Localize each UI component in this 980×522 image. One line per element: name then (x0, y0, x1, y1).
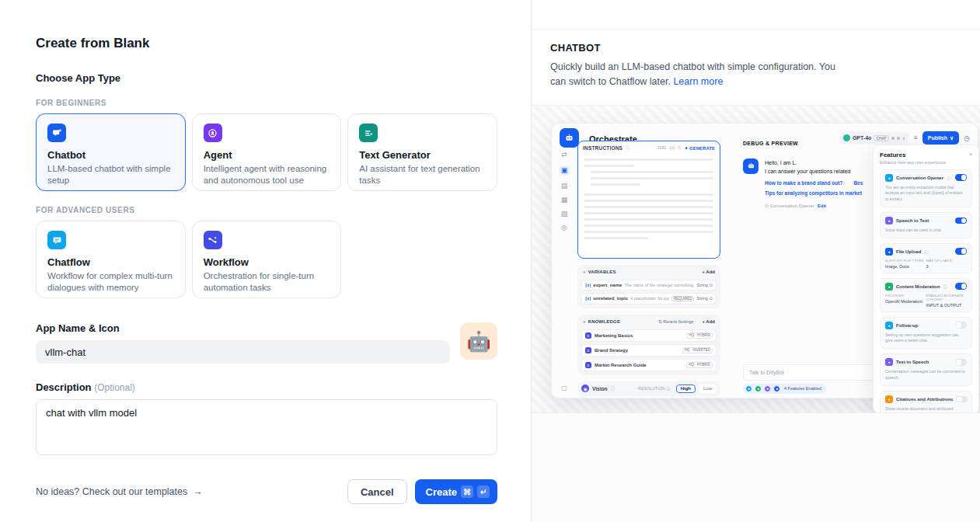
sparkle-icon: ✦ (684, 146, 688, 151)
info-icon: ⓘ (924, 249, 928, 254)
swap-icon: ⇄ (561, 151, 567, 158)
toggle-off (956, 396, 968, 403)
app-name-label: App Name & Icon (36, 322, 450, 334)
vision-setting-row: ◉ Vision ⓘ RESOLUTION ⓘ High Low (577, 381, 720, 396)
collapse-icon: ▢ (552, 385, 577, 392)
rerank-settings-button: ⇅ Rerank Settings (658, 319, 693, 324)
app-name-field: App Name & Icon 🤖 (36, 322, 497, 364)
app-icon-picker[interactable]: 🤖 (460, 322, 497, 360)
dataset-icon: ≡ (585, 362, 591, 368)
robot-emoji-icon: 🤖 (466, 330, 490, 353)
close-icon: × (969, 151, 972, 157)
learn-more-link[interactable]: Learn more (673, 76, 723, 87)
card-chatflow[interactable]: Chatflow Workflow for complex multi-turn… (36, 221, 186, 298)
cancel-button[interactable]: Cancel (347, 479, 407, 504)
bot-app-icon (560, 128, 579, 148)
dataset-icon: ≡ (585, 347, 591, 353)
toggle-on (955, 283, 967, 290)
app-name-input[interactable] (36, 340, 450, 364)
orchestrate-left-column: INSTRUCTIONS ⓘ 2182 {x} ⎘ ✦ GENERATE (577, 141, 720, 396)
chatflow-icon (47, 231, 66, 249)
required-badge: REQUIRED (671, 296, 695, 301)
instructions-skeleton-text (578, 158, 720, 239)
feature-text-to-speech: ● Text to Speech Conversation messages c… (880, 353, 972, 386)
bot-greeting: Hello, I am L.I can answer your question… (765, 158, 863, 176)
chatbot-icon (47, 124, 66, 142)
variable-row: {x} expert_name The name of the strategi… (581, 280, 717, 291)
chevron-down-icon: ∨ (583, 270, 586, 274)
chat-bubble-icon: ● (885, 174, 893, 182)
description-textarea[interactable]: chat with vllm model (36, 399, 497, 455)
preview-top-strip (532, 0, 980, 30)
feature-speech-to-text: ● Speech to Text Voice input can be used… (880, 212, 972, 238)
card-title: Chatflow (47, 256, 174, 268)
feature-citations: ● Citations and Attributions Show source… (880, 391, 972, 413)
feature-conversation-opener: ● Conversation Opener ⓘ You are an entit… (880, 169, 972, 207)
app-type-heading: CHATBOT (550, 42, 961, 54)
chevron-down-icon: ∨ (583, 319, 586, 324)
speech-feature-icon: ● (764, 385, 771, 392)
notes-icon: ▧ (561, 211, 568, 218)
description-label: Description (Optional) (36, 381, 497, 393)
chevron-down-icon: ∨ (950, 135, 954, 141)
publish-button: Publish∨ (922, 131, 959, 144)
speaker-icon: ● (885, 358, 893, 366)
preview-panel: CHATBOT Quickly build an LLM-based chatb… (531, 0, 980, 522)
feature-file-upload: ● File Upload ⓘ SUPPORT FILE TYPESImage,… (880, 243, 972, 273)
chatbot-preview-image: Orchestrate GPT-4o CHAT ∨ ≡ Publish∨ ◷ (532, 105, 980, 413)
variable-icon: {x} (670, 145, 675, 150)
templates-link[interactable]: No ideas? Check out our templates → (36, 486, 203, 497)
mic-icon (891, 137, 895, 140)
card-text-generator[interactable]: Text Generator AI assistant for text gen… (347, 113, 497, 191)
retrieval-badge: HQ · INVERTED (682, 347, 713, 353)
choose-app-type-label: Choose App Type (36, 72, 497, 84)
upload-feature-icon: ● (773, 385, 780, 392)
variables-panel: ∨ VARIABLES + Add {x} expert_name The na… (577, 265, 720, 308)
right-panel-spacer (532, 413, 980, 522)
instructions-panel: INSTRUCTIONS ⓘ 2182 {x} ⎘ ✦ GENERATE (577, 141, 720, 259)
vision-icon: ◉ (581, 385, 589, 392)
card-desc: Orchestration for single-turn automation… (204, 270, 330, 294)
token-count: 2182 (657, 145, 666, 150)
toggle-on (955, 218, 967, 224)
microphone-icon: ● (885, 217, 893, 224)
opener-icon: ⊙ (765, 204, 769, 208)
features-enabled-bar: ● ● ● ● 4 Features Enabled (743, 384, 826, 394)
suggested-question: How to make a brand stand out?Bes (765, 180, 863, 186)
card-chatbot[interactable]: Chatbot LLM-based chatbot with simple se… (36, 113, 186, 191)
features-panel: Features × Enhance web-app user experien… (873, 144, 979, 413)
app-type-info: CHATBOT Quickly build an LLM-based chatb… (532, 30, 980, 105)
toggle-on (955, 248, 967, 255)
create-app-dialog: Create from Blank Choose App Type FOR BE… (0, 0, 980, 522)
knowledge-panel: ∨ KNOWLEDGE ⇅ Rerank Settings + Add ≡ Ma… (577, 315, 720, 375)
card-title: Agent (204, 149, 330, 161)
card-workflow[interactable]: Workflow Orchestration for single-turn a… (192, 221, 342, 298)
shield-icon: ● (885, 283, 893, 291)
card-desc: Workflow for complex multi-turn dialogue… (47, 270, 174, 294)
chevron-down-icon: ∨ (902, 135, 905, 141)
dataset-icon: ≡ (585, 332, 591, 339)
preview-sidebar-rail: ⇄ ▣ ▤ ▦ ▧ ◎ ▢ (552, 148, 577, 398)
info-icon: ⓘ (625, 145, 630, 151)
toggle-on (955, 174, 967, 181)
retrieval-badge: HQ · HYBRID (686, 332, 713, 339)
info-icon: ⓘ (943, 284, 947, 289)
card-title: Chatbot (47, 149, 174, 161)
copy-icon: ⎘ (678, 145, 681, 151)
chat-bubble-icon: ● (885, 322, 893, 329)
bot-avatar (743, 158, 759, 174)
chat-input: Talk to DifyBot (743, 364, 880, 381)
toggle-off (955, 359, 967, 366)
page-title: Create from Blank (36, 36, 497, 51)
card-agent[interactable]: Agent Intelligent agent with reasoning a… (192, 113, 342, 191)
moderation-feature-icon: ● (755, 385, 762, 392)
for-beginners-label: FOR BEGINNERS (36, 99, 497, 107)
advanced-cards-row: Chatflow Workflow for complex multi-turn… (36, 221, 497, 298)
document-icon: ▦ (561, 197, 568, 204)
variable-row: {x} unrelated_topic A placeholder for to… (581, 293, 717, 304)
generate-button: ✦ GENERATE (684, 145, 715, 151)
retrieval-badge: HQ · HYBRID (686, 362, 713, 368)
add-knowledge-button: + Add (702, 319, 715, 324)
card-title: Text Generator (359, 149, 486, 161)
create-button[interactable]: Create ⌘ ↵ (415, 479, 497, 504)
